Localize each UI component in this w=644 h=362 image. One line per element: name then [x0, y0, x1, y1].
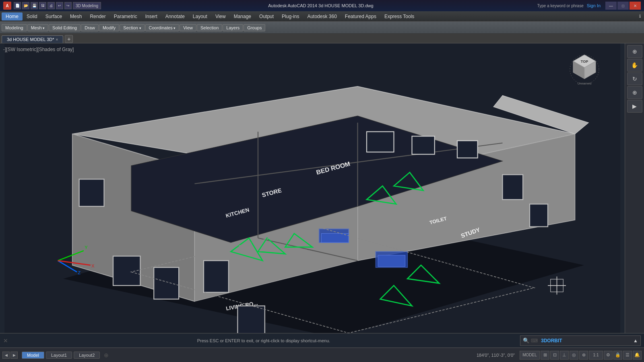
model-space-icon[interactable]: MODEL: [520, 351, 540, 360]
menu-parametric[interactable]: Parametric: [110, 12, 141, 21]
svg-rect-24: [530, 204, 548, 226]
right-panel: ⊕ ✋ ↻ ⊕ ▶: [625, 43, 644, 333]
layout2-tab[interactable]: Layout2: [74, 352, 100, 359]
maximize-button[interactable]: □: [617, 2, 629, 10]
quick-access-toolbar: 📄 📂 💾 🖫 🖨 ↩ ↪ 3D Modeling: [14, 2, 101, 9]
svg-rect-17: [367, 132, 394, 152]
svg-rect-18: [412, 136, 435, 154]
osnap-icon[interactable]: ⊛: [579, 351, 588, 360]
menu-bar: Home Solid Surface Mesh Render Parametri…: [0, 11, 644, 22]
show-motion-icon[interactable]: ▶: [627, 100, 642, 113]
close-button[interactable]: ✕: [630, 2, 641, 10]
ribbon-solid-editing[interactable]: Solid Editing: [49, 24, 80, 31]
svg-text:Unnamed: Unnamed: [578, 82, 592, 85]
viewport-canvas[interactable]: -][SW Isometric][Shades of Gray]: [0, 43, 625, 333]
model-tab[interactable]: Model: [22, 352, 44, 359]
house-model-svg: BED ROOM STORE KITCHEN TOILET STUDY LIVI…: [0, 43, 625, 333]
command-prompt: Press ESC or ENTER to exit, or right-cli…: [10, 338, 517, 343]
polar-icon[interactable]: ◎: [570, 351, 578, 360]
ribbon-selection[interactable]: Selection: [197, 24, 222, 31]
ribbon-groups[interactable]: Groups: [244, 24, 265, 31]
navigation-cube[interactable]: TOP Unnamed: [568, 51, 601, 84]
minimize-button[interactable]: —: [605, 2, 617, 10]
menu-surface[interactable]: Surface: [41, 12, 66, 21]
next-button[interactable]: ▶: [10, 352, 18, 359]
window-title: Autodesk AutoCAD 2014 3d HOUSE MODEL 3D.…: [104, 3, 537, 8]
document-tab[interactable]: 3d HOUSE MODEL 3D* ×: [2, 35, 63, 43]
main-area: -][SW Isometric][Shades of Gray]: [0, 43, 644, 333]
tab-close-icon[interactable]: ×: [56, 37, 58, 42]
menu-view[interactable]: View: [211, 12, 230, 21]
ortho-icon[interactable]: ⊥: [560, 351, 569, 360]
menu-express-tools[interactable]: Express Tools: [380, 12, 418, 21]
open-icon[interactable]: 📂: [22, 2, 29, 9]
snap-icon[interactable]: ⊡: [550, 351, 559, 360]
menu-mesh[interactable]: Mesh: [66, 12, 86, 21]
layout1-tab[interactable]: Layout1: [46, 352, 72, 359]
command-label: ⌨: [531, 338, 538, 343]
workspace-dropdown[interactable]: 3D Modeling: [73, 2, 101, 9]
cmdbar-expand-icon[interactable]: ▲: [633, 338, 638, 343]
menu-solid[interactable]: Solid: [23, 12, 41, 21]
ribbon-layers[interactable]: Layers: [223, 24, 243, 31]
pan-icon[interactable]: ✋: [627, 59, 642, 72]
properties-icon[interactable]: ☰: [623, 351, 632, 360]
menu-featured-apps[interactable]: Featured Apps: [341, 12, 380, 21]
menu-insert[interactable]: Insert: [141, 12, 161, 21]
view-label: -][SW Isometric][Shades of Gray]: [3, 47, 74, 52]
window-controls: — □ ✕: [605, 2, 641, 10]
ribbon-section[interactable]: Section: [120, 24, 144, 31]
ribbon-group-main: Modeling Mesh Solid Editing Draw Modify …: [2, 24, 265, 31]
ribbon-coordinates[interactable]: Coordinates: [145, 24, 180, 31]
titlebar: A 📄 📂 💾 🖫 🖨 ↩ ↪ 3D Modeling Autodesk Aut…: [0, 0, 644, 11]
menu-home[interactable]: Home: [2, 12, 23, 21]
print-icon[interactable]: 🖨: [47, 2, 55, 9]
coordinates: 184'0", 110'-3", 0'0": [477, 353, 515, 358]
command-bar: ✕ Press ESC or ENTER to exit, or right-c…: [0, 333, 644, 348]
cmdbar-close-icon[interactable]: ✕: [3, 337, 8, 344]
command-value: 3DORBIT: [541, 338, 562, 343]
menu-autodesk360[interactable]: Autodesk 360: [303, 12, 341, 21]
menu-annotate[interactable]: Annotate: [161, 12, 189, 21]
svg-text:TOP: TOP: [581, 60, 588, 64]
menu-layout[interactable]: Layout: [189, 12, 211, 21]
ribbon-mesh[interactable]: Mesh: [27, 24, 48, 31]
add-layout-icon[interactable]: ⊕: [104, 352, 109, 358]
menu-manage[interactable]: Manage: [230, 12, 255, 21]
model-nav-buttons: ◀ ▶: [2, 352, 18, 359]
document-tabbar: 3d HOUSE MODEL 3D* × +: [0, 34, 644, 43]
new-tab-button[interactable]: +: [65, 35, 73, 43]
ribbon-modeling[interactable]: Modeling: [2, 24, 27, 31]
svg-rect-19: [457, 141, 478, 158]
annotation-scale[interactable]: 1:1: [589, 351, 603, 360]
lock-icon[interactable]: 🔒: [613, 351, 622, 360]
svg-rect-22: [154, 267, 179, 299]
undo-icon[interactable]: ↩: [56, 2, 63, 9]
info-icon[interactable]: ℹ: [638, 13, 642, 20]
search-bar[interactable]: Type a keyword or phrase: [537, 4, 584, 8]
grid-icon[interactable]: ⊞: [541, 351, 549, 360]
command-input-area[interactable]: 🔍 ⌨ 3DORBIT ▲: [520, 335, 641, 346]
app-icon: A: [3, 2, 11, 10]
svg-rect-37: [378, 255, 405, 267]
ribbon-view[interactable]: View: [180, 24, 196, 31]
save-as-icon[interactable]: 🖫: [39, 2, 46, 9]
ribbon-toolbar: Modeling Mesh Solid Editing Draw Modify …: [0, 22, 644, 34]
ribbon-draw[interactable]: Draw: [81, 24, 99, 31]
ribbon-modify[interactable]: Modify: [99, 24, 119, 31]
steering-wheel-icon[interactable]: ⊕: [627, 86, 642, 99]
menu-plugins[interactable]: Plug-ins: [278, 12, 303, 21]
menu-output[interactable]: Output: [255, 12, 278, 21]
new-icon[interactable]: 📄: [14, 2, 21, 9]
svg-text:Y: Y: [85, 245, 88, 250]
sign-in-button[interactable]: Sign In: [587, 3, 601, 8]
prev-button[interactable]: ◀: [2, 352, 10, 359]
svg-rect-25: [204, 261, 229, 292]
menu-render[interactable]: Render: [86, 12, 109, 21]
zoom-icon[interactable]: ⊕: [627, 45, 642, 58]
save-icon[interactable]: 💾: [31, 2, 38, 9]
redo-icon[interactable]: ↪: [64, 2, 72, 9]
workspace-settings-icon[interactable]: ⚙: [604, 351, 613, 360]
notification-icon[interactable]: 🔔: [633, 351, 642, 360]
orbit-icon[interactable]: ↻: [627, 72, 642, 85]
